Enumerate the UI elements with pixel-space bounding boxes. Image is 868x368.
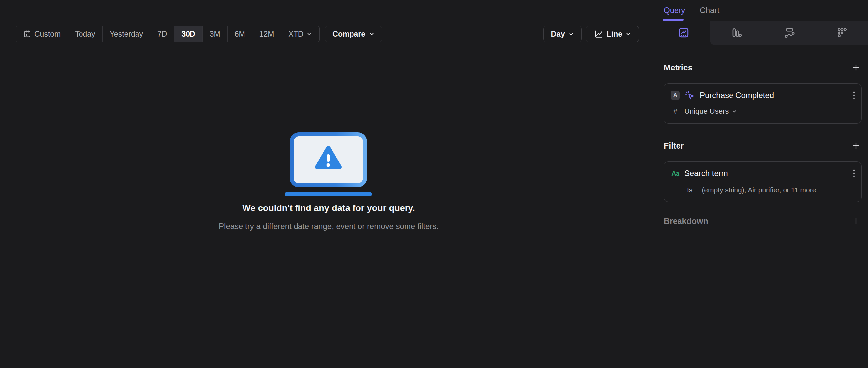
no-data-laptop-illustration (284, 130, 373, 197)
date-range-label: Custom (34, 30, 61, 39)
main-chart-area: Custom Today Yesterday 7D 30D 3M 6M 12M … (0, 0, 657, 368)
filter-section-header: Filter (663, 140, 862, 151)
display-controls: Day Line (543, 26, 639, 42)
tab-funnels[interactable] (710, 21, 763, 45)
empty-state-subtitle: Please try a different date range, event… (0, 222, 657, 231)
plus-icon (851, 63, 861, 72)
metrics-heading: Metrics (663, 63, 693, 72)
query-toolbar: Custom Today Yesterday 7D 30D 3M 6M 12M … (16, 26, 639, 42)
insights-icon (678, 27, 690, 39)
flows-icon (783, 27, 795, 39)
filter-condition-row[interactable]: Is (empty string), Air purifier, or 11 m… (671, 185, 855, 195)
filter-card[interactable]: Aa Search term Is (empty string), Air pu… (663, 162, 862, 202)
tab-query[interactable]: Query (663, 6, 685, 15)
filter-heading: Filter (663, 141, 684, 150)
funnels-icon (731, 27, 742, 39)
sidebar-tabs: Query Chart (657, 0, 868, 21)
filter-property-name: Search term (684, 169, 728, 178)
query-builder-sidebar: Query Chart (657, 0, 868, 368)
metric-card[interactable]: A Purchase Completed (663, 83, 862, 124)
date-range-today[interactable]: Today (68, 26, 102, 42)
metric-options-button[interactable] (853, 91, 856, 101)
date-range-custom[interactable]: Custom (16, 26, 68, 42)
date-range-7d[interactable]: 7D (150, 26, 174, 42)
report-type-tabs (657, 21, 868, 45)
metric-aggregation-row: # Unique Users (671, 106, 855, 116)
string-property-icon: Aa (671, 170, 680, 177)
metric-event-name: Purchase Completed (700, 91, 774, 100)
date-range-30d-selected[interactable]: 30D (174, 26, 203, 42)
chevron-down-icon (306, 31, 312, 37)
add-filter-button[interactable] (850, 140, 862, 151)
event-click-icon (684, 90, 695, 101)
chevron-down-icon (568, 31, 574, 37)
date-range-controls: Custom Today Yesterday 7D 30D 3M 6M 12M … (16, 26, 382, 42)
kebab-menu-icon (853, 91, 856, 100)
date-range-group: Custom Today Yesterday 7D 30D 3M 6M 12M … (16, 26, 320, 42)
metrics-section-header: Metrics (663, 62, 862, 73)
add-metric-button[interactable] (850, 62, 862, 73)
filter-options-button[interactable] (853, 169, 856, 179)
tab-retention[interactable] (815, 21, 868, 45)
date-range-yesterday[interactable]: Yesterday (103, 26, 150, 42)
compare-button[interactable]: Compare (325, 26, 382, 42)
add-breakdown-button[interactable] (850, 215, 862, 227)
tab-flows[interactable] (763, 21, 815, 45)
empty-state-title: We couldn't find any data for your query… (0, 203, 657, 213)
breakdown-section-header: Breakdown (663, 216, 862, 226)
metric-letter-badge: A (671, 91, 680, 100)
aggregation-dropdown[interactable]: Unique Users (684, 107, 737, 115)
filter-operator: Is (687, 186, 692, 194)
count-symbol: # (671, 107, 680, 115)
line-chart-icon (593, 29, 603, 39)
date-range-6m[interactable]: 6M (227, 26, 252, 42)
calendar-icon (23, 30, 31, 38)
chevron-down-icon (732, 108, 737, 114)
tab-insights[interactable] (657, 21, 710, 45)
query-builder-content: Metrics A Purchase Completed (657, 62, 868, 226)
chart-type-dropdown[interactable]: Line (586, 26, 639, 42)
retention-icon (836, 27, 848, 39)
chevron-down-icon (625, 31, 631, 37)
filter-value: (empty string), Air purifier, or 11 more (702, 186, 816, 194)
plus-icon (851, 216, 861, 226)
date-range-xtd[interactable]: XTD (281, 26, 319, 42)
granularity-dropdown[interactable]: Day (543, 26, 582, 42)
date-range-12m[interactable]: 12M (252, 26, 282, 42)
plus-icon (851, 141, 861, 150)
kebab-menu-icon (853, 169, 856, 178)
date-range-3m[interactable]: 3M (203, 26, 227, 42)
tab-chart[interactable]: Chart (700, 6, 719, 15)
breakdown-heading: Breakdown (663, 216, 708, 226)
metric-event-row[interactable]: A Purchase Completed (671, 90, 855, 101)
app-window: Custom Today Yesterday 7D 30D 3M 6M 12M … (0, 0, 868, 368)
filter-property-row[interactable]: Aa Search term (671, 168, 855, 179)
chevron-down-icon (369, 31, 375, 37)
